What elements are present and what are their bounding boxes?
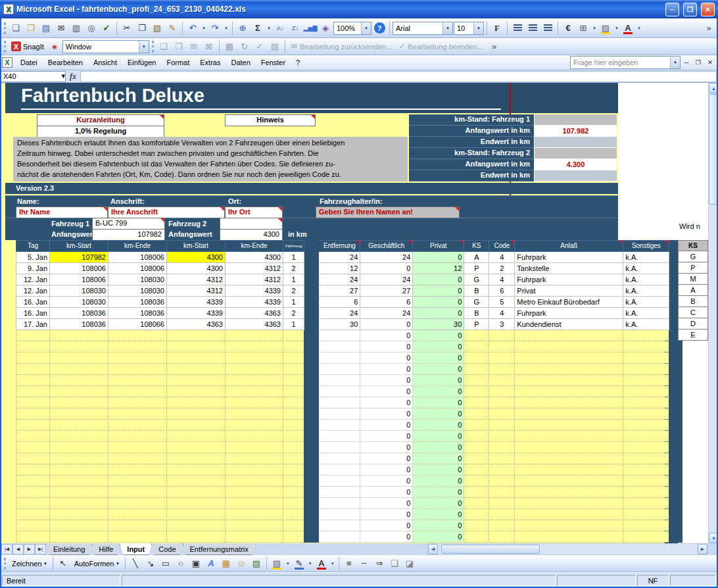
log-cell[interactable] [50,520,108,531]
log-cell[interactable] [283,420,304,431]
log-cell[interactable] [464,341,489,353]
menu-daten[interactable]: Daten [226,57,255,68]
log-cell[interactable] [108,353,167,364]
log-cell[interactable]: 0 [360,531,413,543]
help-button[interactable]: ? [372,21,387,36]
log-cell[interactable] [50,397,108,408]
log-cell[interactable] [226,341,283,353]
undo-button[interactable]: ↶ [185,21,200,36]
arrow-tool-button[interactable]: ↘ [143,556,158,571]
tab-last-button[interactable]: ▶| [35,544,46,554]
log-cell[interactable] [464,453,489,464]
close-button[interactable]: ✕ [701,3,715,16]
log-separator-cell[interactable] [669,386,682,397]
log-cell[interactable]: 0 [413,464,464,476]
log-separator-cell[interactable] [304,364,319,375]
log-cell[interactable] [515,375,623,386]
log-cell[interactable] [16,531,50,543]
log-cell[interactable]: 4312 [226,263,283,274]
paste-button[interactable]: ▧ [150,21,164,36]
reply-attachment-button[interactable]: ❏ [156,39,171,54]
log-cell[interactable] [16,364,50,375]
wordart-button[interactable]: A [204,556,218,571]
log-separator-cell[interactable] [669,476,682,487]
log-cell[interactable] [515,408,623,420]
line-tool-button[interactable]: ╲ [128,556,143,571]
log-cell[interactable] [50,420,108,431]
snagit-mode-dropdown-arrow[interactable]: ▾ [139,41,149,53]
log-cell[interactable]: 0 [360,341,413,353]
log-cell[interactable] [16,498,50,509]
log-cell[interactable] [623,520,669,531]
sheet-tab-entfernungsmatrix[interactable]: Entfernungsmatrix [183,543,256,555]
tab-prev-button[interactable]: ◀ [12,544,24,554]
log-cell[interactable] [226,509,283,520]
log-cell[interactable]: 9. Jan [16,263,50,274]
log-cell[interactable]: Fuhrpark [515,308,623,319]
log-cell[interactable]: 0 [360,319,413,330]
log-cell[interactable] [515,453,623,464]
log-cell[interactable]: 0 [360,263,413,274]
log-cell[interactable]: 0 [413,442,464,453]
log-cell[interactable] [283,453,304,464]
log-cell[interactable]: 4300 [167,252,226,263]
log-cell[interactable] [489,386,515,397]
log-cell[interactable]: 6 [360,297,413,308]
log-cell[interactable] [108,520,167,531]
copy-button[interactable]: ❐ [135,21,149,36]
log-cell[interactable] [464,431,489,442]
log-cell[interactable] [489,397,515,408]
log-cell[interactable] [167,498,226,509]
menu-fenster[interactable]: Fenster [256,57,291,68]
log-header-cell[interactable]: KS [464,241,489,252]
log-cell[interactable] [167,386,226,397]
menu-bearbeiten[interactable]: Bearbeiten [43,57,88,68]
log-cell[interactable] [226,353,283,364]
log-cell[interactable] [623,431,669,442]
text-box-button[interactable]: ▣ [189,556,203,571]
log-cell[interactable]: 0 [360,453,413,464]
log-cell[interactable] [167,375,226,386]
log-separator-cell[interactable] [304,453,319,464]
log-cell[interactable] [226,498,283,509]
log-cell[interactable] [515,531,623,543]
log-header-cell[interactable]: Privat [413,241,464,252]
sheet-tab-einleitung[interactable]: Einleitung [46,543,92,555]
anfangswert2-cell[interactable]: 4300 [220,229,283,241]
menu-datei[interactable]: Datei [15,57,43,68]
clipart-button[interactable]: ☺ [234,556,249,571]
shape-line-color-dropdown[interactable]: ▾ [307,556,314,571]
log-cell[interactable] [464,487,489,498]
log-cell[interactable]: 108006 [108,263,167,274]
km-value-cell[interactable]: 4.300 [534,159,617,170]
log-cell[interactable]: 0 [413,520,464,531]
log-cell[interactable]: 12. Jan [16,274,50,285]
log-cell[interactable] [108,531,167,543]
log-cell[interactable] [50,453,108,464]
log-cell[interactable] [108,330,167,341]
log-cell[interactable]: k.A. [623,263,669,274]
log-cell[interactable] [623,509,669,520]
log-cell[interactable]: G [464,274,489,285]
log-cell[interactable] [464,442,489,453]
log-cell[interactable]: 24 [360,308,413,319]
arrow-style-button[interactable]: ⇒ [372,556,387,571]
new-document-button[interactable]: ❏ [9,21,23,36]
log-header-cell[interactable]: Fahrzeug [283,241,304,252]
log-cell[interactable]: 0 [360,442,413,453]
log-cell[interactable]: 0 [413,498,464,509]
threed-style-button[interactable]: ◪ [402,556,417,571]
log-cell[interactable]: B [464,285,489,297]
euro-button[interactable]: € [561,21,575,36]
log-cell[interactable]: 108066 [108,319,167,330]
format-painter-button[interactable]: ✎ [165,21,180,36]
log-cell[interactable] [50,330,108,341]
log-cell[interactable] [108,375,167,386]
log-cell[interactable] [515,442,623,453]
log-cell[interactable] [283,476,304,487]
save-button[interactable]: ▤ [39,21,53,36]
snagit-mode-select[interactable]: Window ▾ [62,40,149,53]
log-cell[interactable] [167,408,226,420]
log-cell[interactable]: 4363 [226,319,283,330]
toolbar-grip[interactable] [4,558,6,570]
